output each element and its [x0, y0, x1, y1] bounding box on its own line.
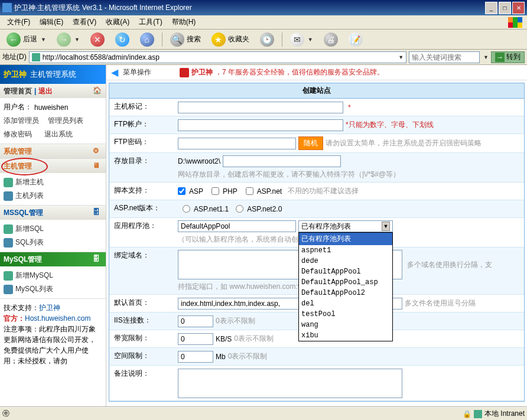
asp-checkbox[interactable] — [178, 187, 186, 195]
logout-link[interactable]: 退出 — [38, 86, 53, 96]
chevron-down-icon[interactable]: ▼ — [398, 54, 404, 60]
keyword-search-input[interactable] — [409, 51, 480, 63]
save-dir-input[interactable] — [223, 155, 341, 167]
username-label: 用户名： — [4, 102, 32, 112]
zone-label: 本地 Intranet — [484, 409, 525, 419]
bandwidth-hint: 0表示不限制 — [234, 334, 274, 344]
forward-icon: → — [57, 32, 71, 47]
go-arrow-icon: → — [495, 53, 505, 62]
db-icon: 🗄 — [93, 255, 102, 264]
search-icon: 🔍 — [170, 32, 184, 47]
list-icon — [4, 285, 13, 294]
binddomain-hint-right: 多个域名使用换行分隔，支 — [407, 260, 492, 270]
apppool-select-label: 已有程序池列表 — [301, 222, 351, 232]
host-mark-input[interactable] — [178, 102, 343, 113]
scripts-label: 脚本支持： — [109, 183, 174, 200]
gear-icon: ⚙ — [93, 146, 102, 156]
mssql-list-link[interactable]: SQL列表 — [15, 237, 44, 248]
sidebar-sec-sys[interactable]: 系统管理⚙ — [0, 144, 106, 158]
chevron-down-icon: ▼ — [41, 37, 46, 43]
mysql-list-link[interactable]: MySQL列表 — [15, 284, 53, 294]
list-icon — [4, 191, 13, 201]
search-button[interactable]: 🔍 搜索 — [166, 30, 205, 49]
search-label: 搜索 — [187, 34, 201, 44]
address-label: 地址(D) — [2, 52, 27, 62]
php-label: PHP — [223, 187, 238, 196]
mysql-add-link[interactable]: 新增MySQL — [15, 271, 53, 281]
minimize-button[interactable]: _ — [485, 2, 497, 14]
apppool-input[interactable] — [178, 220, 296, 232]
menu-favorites[interactable]: 收藏(A) — [101, 16, 134, 28]
mssql-add-link[interactable]: 新增SQL — [15, 224, 44, 234]
php-checkbox[interactable] — [212, 187, 219, 195]
binddomain-hint-below: 持指定端口，如 www.huweishen.com:99 — [178, 282, 305, 292]
host-add-link[interactable]: 新增主机 — [15, 177, 44, 187]
history-button[interactable]: 🕑 — [256, 30, 278, 49]
exit-link[interactable]: 退出系统 — [44, 129, 73, 139]
crumb-back-icon[interactable]: ◀ — [111, 67, 118, 78]
edit-button[interactable]: 📝 — [344, 30, 367, 49]
menu-help[interactable]: 帮助(H) — [167, 16, 201, 28]
favorites-label: 收藏夹 — [228, 34, 249, 44]
refresh-button[interactable]: ↻ — [111, 30, 134, 49]
promo-name: 护卫神 — [191, 67, 213, 77]
apppool-option[interactable]: 已有程序池列表 — [299, 233, 392, 245]
asp-label: ASP — [189, 187, 203, 196]
address-input[interactable] — [43, 53, 397, 61]
close-button[interactable]: ✕ — [512, 2, 525, 14]
apppool-option[interactable]: DefaultAppPool — [299, 266, 392, 277]
home-button[interactable]: ⌂ — [136, 30, 158, 49]
admin-list-link[interactable]: 管理员列表 — [48, 116, 83, 126]
apppool-option[interactable]: DefaultAppPool_asp — [299, 277, 392, 288]
aspnet20-radio[interactable] — [236, 205, 243, 213]
aspnet11-radio[interactable] — [183, 205, 190, 213]
menu-file[interactable]: 文件(F) — [2, 16, 35, 28]
favorites-button[interactable]: ★ 收藏夹 — [207, 30, 253, 49]
menu-view[interactable]: 查看(V) — [68, 16, 101, 28]
ftp-user-input[interactable] — [178, 119, 343, 131]
menu-edit[interactable]: 编辑(E) — [35, 16, 68, 28]
sidebar-sec-admin: 管理首页 | 退出 🏠 — [0, 84, 106, 98]
site-link[interactable]: Host.huweishen.com — [25, 314, 90, 323]
apppool-option[interactable]: wang — [299, 320, 392, 330]
menu-tools[interactable]: 工具(T) — [134, 16, 167, 28]
add-icon — [4, 224, 13, 234]
forward-button[interactable]: → ▼ — [53, 30, 84, 49]
chevron-down-icon[interactable]: ▼ — [483, 54, 489, 60]
stop-button[interactable]: ✕ — [86, 30, 109, 49]
binddomain-label: 绑定域名： — [109, 248, 174, 294]
apppool-select[interactable]: 已有程序池列表 ▼ — [298, 220, 393, 232]
admin-home-link[interactable]: 管理首页 — [4, 86, 32, 96]
mail-button[interactable]: ✉▼ — [286, 30, 317, 49]
apppool-option[interactable]: aspnet1 — [299, 245, 392, 256]
space-input[interactable] — [178, 351, 213, 363]
bandwidth-label: 带宽限制： — [109, 330, 174, 347]
iisconn-input[interactable] — [178, 315, 213, 327]
apppool-option[interactable]: del — [299, 298, 392, 309]
add-admin-link[interactable]: 添加管理员 — [4, 116, 39, 126]
mail-icon: ✉ — [290, 32, 304, 47]
maximize-button[interactable]: □ — [499, 2, 511, 14]
aspnet-checkbox[interactable] — [246, 187, 253, 195]
chevron-down-icon: ▼ — [308, 37, 313, 43]
support-link[interactable]: 护卫神 — [39, 304, 60, 312]
go-button[interactable]: → 转到 — [491, 51, 525, 63]
print-button[interactable]: 🖨 — [320, 30, 342, 49]
sidebar-sec-mssql[interactable]: MSSQL管理🗄 — [0, 206, 106, 220]
random-button[interactable]: 随机 — [298, 136, 323, 150]
apppool-option[interactable]: testPool — [299, 309, 392, 320]
apppool-option[interactable]: xibu — [299, 330, 392, 341]
apppool-option[interactable]: dede — [299, 256, 392, 266]
change-pw-link[interactable]: 修改密码 — [4, 129, 32, 139]
ftp-pass-input[interactable] — [178, 138, 296, 149]
sidebar-sec-host[interactable]: 主机管理🖥 — [0, 159, 106, 173]
menubar: 文件(F) 编辑(E) 查看(V) 收藏(A) 工具(T) 帮助(H) — [0, 15, 527, 30]
host-list-link[interactable]: 主机列表 — [15, 191, 44, 201]
window-title: 护卫神·主机管理系统 Ver3.1 - Microsoft Internet E… — [14, 3, 484, 13]
back-icon: ← — [6, 32, 21, 47]
apppool-option[interactable]: DefaultAppPool2 — [299, 288, 392, 298]
bandwidth-input[interactable] — [178, 333, 213, 345]
remark-input[interactable] — [178, 369, 402, 398]
back-button[interactable]: ← 后退 ▼ — [2, 30, 50, 49]
sidebar-sec-mysql[interactable]: MySQL管理🗄 — [0, 252, 106, 266]
